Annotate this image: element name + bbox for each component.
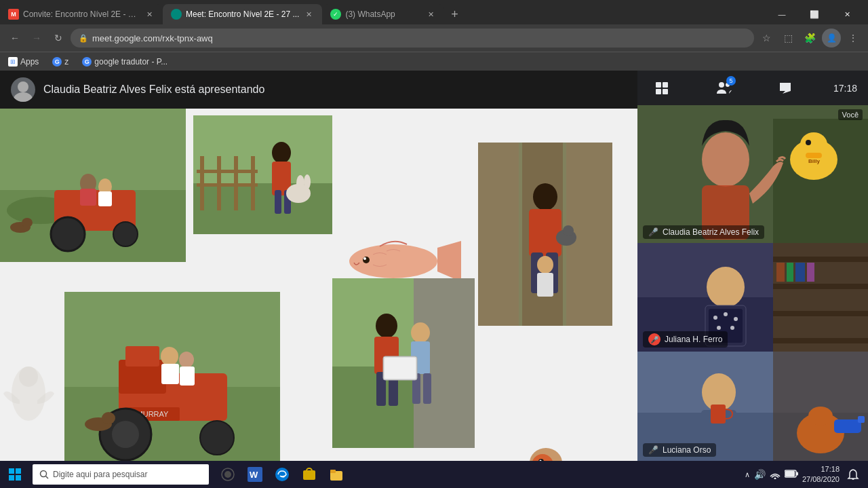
svg-rect-39 xyxy=(529,209,561,257)
meet-container: Claudia Beatriz Alves Felix está apresen… xyxy=(0,71,868,461)
participant-luciana-name: Luciana Orso xyxy=(663,445,711,455)
forward-button[interactable]: → xyxy=(27,29,46,48)
svg-rect-35 xyxy=(478,143,519,326)
bookmark-apps[interactable]: ⊞ Apps xyxy=(5,56,41,68)
layout-button[interactable] xyxy=(648,75,675,102)
start-button[interactable] xyxy=(0,461,30,488)
svg-point-32 xyxy=(363,257,366,260)
photo-robin-bird xyxy=(488,414,604,461)
svg-point-71 xyxy=(411,322,430,343)
participant-video-juliana: 🎤 Juliana H. Ferro xyxy=(637,243,868,352)
participant-juliana-label: 🎤 Juliana H. Ferro xyxy=(643,331,728,348)
lock-icon: 🔒 xyxy=(79,34,88,43)
svg-rect-132 xyxy=(711,405,726,424)
mic-active-icon: 🎤 xyxy=(648,227,658,237)
minimize-button[interactable]: — xyxy=(766,4,797,24)
taskbar-explorer-icon[interactable] xyxy=(323,461,350,488)
svg-rect-76 xyxy=(384,358,416,379)
svg-rect-135 xyxy=(9,475,14,481)
svg-point-31 xyxy=(363,257,370,263)
svg-rect-91 xyxy=(656,89,661,94)
svg-rect-144 xyxy=(303,470,315,480)
taskbar-security-icon[interactable] xyxy=(296,461,323,488)
svg-rect-107 xyxy=(773,257,868,262)
address-bar[interactable]: 🔒 meet.google.com/rxk-tpnx-awq xyxy=(71,29,754,48)
photo-person-child xyxy=(478,143,612,326)
meet-controls-top: 5 17:18 xyxy=(637,71,868,105)
svg-point-6 xyxy=(51,217,85,251)
svg-line-138 xyxy=(46,476,49,479)
taskbar-cortana-icon[interactable] xyxy=(214,461,241,488)
svg-rect-92 xyxy=(663,89,668,94)
network-icon[interactable] xyxy=(770,468,781,481)
mic-active-icon-luciana: 🎤 xyxy=(648,445,658,455)
svg-point-121 xyxy=(717,326,721,330)
svg-point-127 xyxy=(808,407,833,426)
svg-rect-61 xyxy=(180,367,195,386)
screen-capture-icon[interactable]: ⬚ xyxy=(778,29,797,48)
svg-point-119 xyxy=(724,312,728,316)
svg-point-63 xyxy=(102,412,115,424)
svg-text:W: W xyxy=(250,470,258,480)
you-badge: Você xyxy=(838,109,863,120)
svg-point-120 xyxy=(734,317,738,321)
bookmark-tradutor[interactable]: G google tradutor - P... xyxy=(79,56,170,68)
taskbar-search-bar[interactable]: Digite aqui para pesquisar xyxy=(33,464,209,485)
presentation-area: Claudia Beatriz Alves Felix está apresen… xyxy=(0,71,637,461)
svg-rect-24 xyxy=(275,190,281,214)
back-button[interactable]: ← xyxy=(5,29,24,48)
svg-point-57 xyxy=(200,421,234,455)
svg-point-1 xyxy=(14,92,33,102)
svg-rect-113 xyxy=(795,263,805,282)
photo-tractor-bottom: MURRAY xyxy=(64,292,280,461)
tab-whatsapp[interactable]: ✓ (3) WhatsApp ✕ xyxy=(322,4,444,24)
svg-point-28 xyxy=(304,174,311,189)
meet-header: Claudia Beatriz Alves Felix está apresen… xyxy=(0,71,637,109)
maximize-button[interactable]: ⬜ xyxy=(799,4,830,24)
profile-icon[interactable]: 👤 xyxy=(822,29,841,48)
participant-claudia-label: 🎤 Claudia Beatriz Alves Felix xyxy=(643,225,764,239)
svg-rect-109 xyxy=(773,311,868,316)
bookmark-z[interactable]: G z xyxy=(50,56,71,68)
volume-icon[interactable]: 🔊 xyxy=(754,469,766,480)
taskbar-icons: W xyxy=(214,461,350,488)
system-tray: ∧ 🔊 17:18 27/08/2020 xyxy=(739,461,868,488)
svg-rect-108 xyxy=(773,284,868,289)
svg-rect-136 xyxy=(16,475,21,481)
menu-button[interactable]: ⋮ xyxy=(844,29,863,48)
reload-button[interactable]: ↻ xyxy=(49,29,68,48)
participant-video-luciana: 🎤 Luciana Orso xyxy=(637,352,868,461)
tab-whatsapp-label: (3) WhatsApp xyxy=(345,10,421,19)
tab-meet-label: Meet: Encontro Nível 2E - 27 ... xyxy=(186,10,299,19)
tab-whatsapp-close[interactable]: ✕ xyxy=(425,9,436,20)
svg-rect-21 xyxy=(197,183,258,187)
taskbar-word-icon[interactable]: W xyxy=(241,461,269,488)
battery-icon[interactable] xyxy=(785,470,798,480)
meet-time-display: 17:18 xyxy=(833,83,857,94)
people-button[interactable]: 5 xyxy=(710,75,737,102)
notification-button[interactable] xyxy=(844,461,863,488)
close-button[interactable]: ✕ xyxy=(831,4,863,24)
svg-rect-9 xyxy=(80,189,96,206)
bookmark-z-label: z xyxy=(64,57,68,67)
tab-meet[interactable]: Meet: Encontro Nível 2E - 27 ... ✕ xyxy=(163,4,322,24)
tray-up-arrow[interactable]: ∧ xyxy=(745,470,750,479)
mic-muted-icon: 🎤 xyxy=(648,333,660,345)
chat-button[interactable] xyxy=(772,75,799,102)
taskbar-edge-icon[interactable] xyxy=(269,461,296,488)
time-display: 17:18 xyxy=(802,464,840,474)
new-tab-button[interactable]: + xyxy=(444,4,465,24)
tab-meet-favicon xyxy=(171,9,182,20)
tab-gmail[interactable]: M Convite: Encontro Nível 2E - 27/... ✕ xyxy=(0,4,163,24)
bookmarks-bar: ⊞ Apps G z G google tradutor - P... xyxy=(0,52,868,71)
extensions-icon[interactable]: 🧩 xyxy=(800,29,819,48)
svg-point-27 xyxy=(296,175,304,191)
svg-point-38 xyxy=(533,183,557,210)
svg-rect-11 xyxy=(98,191,112,206)
svg-rect-114 xyxy=(807,263,814,282)
bookmark-star-icon[interactable]: ☆ xyxy=(757,29,776,48)
tab-gmail-close[interactable]: ✕ xyxy=(144,9,155,20)
participant-luciana-label: 🎤 Luciana Orso xyxy=(643,443,716,457)
tab-meet-close[interactable]: ✕ xyxy=(303,9,314,20)
date-display: 27/08/2020 xyxy=(802,474,840,485)
